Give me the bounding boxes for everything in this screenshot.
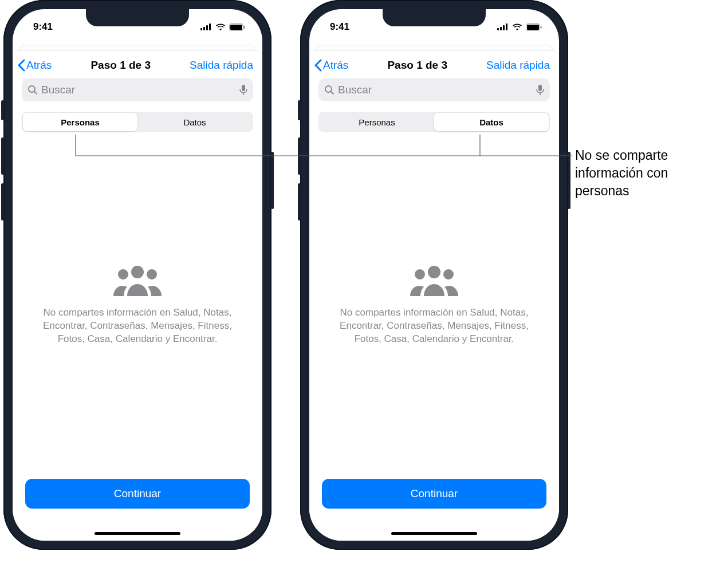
tab-datos[interactable]: Datos [137,113,252,131]
svg-point-11 [131,266,144,278]
callout-annotation: No se comparte información con personas [575,147,724,200]
home-indicator[interactable] [95,532,180,535]
volume-down-button [1,183,4,220]
people-group-icon [408,264,460,298]
svg-point-13 [147,269,157,279]
empty-message: No compartes información en Salud, Notas… [332,306,536,346]
notch [86,9,189,26]
volume-down-button [298,183,301,220]
continue-button[interactable]: Continuar [25,479,250,509]
svg-point-12 [118,269,128,279]
notch [383,9,486,26]
modal-sheet: Atrás Paso 1 de 3 Salida rápida Buscar P… [309,50,559,541]
tab-personas[interactable]: Personas [320,113,434,131]
modal-sheet: Atrás Paso 1 de 3 Salida rápida Buscar P… [13,50,262,541]
callout-leader-line [0,0,573,172]
tab-datos[interactable]: Datos [434,113,549,131]
svg-point-25 [428,266,440,278]
home-indicator[interactable] [391,532,477,535]
callout-line-3: personas [575,182,724,200]
svg-point-26 [415,269,425,279]
segmented-control: Personas Datos [318,112,550,132]
callout-line-2: información con [575,164,724,182]
tab-personas[interactable]: Personas [23,113,137,131]
segmented-control: Personas Datos [22,112,253,132]
continue-button[interactable]: Continuar [322,479,546,509]
callout-line-1: No se comparte [575,147,724,164]
empty-message: No compartes información en Salud, Notas… [36,306,239,346]
people-group-icon [112,264,163,298]
svg-point-27 [443,269,454,279]
